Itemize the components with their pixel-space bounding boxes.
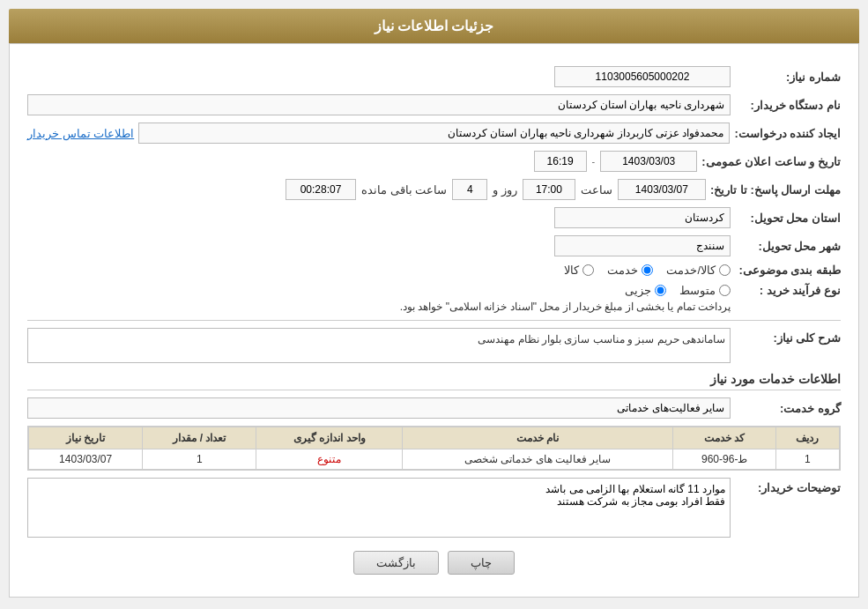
col-date: تاریخ نیاز [29, 427, 143, 449]
announce-label: تاریخ و ساعت اعلان عمومی: [701, 155, 841, 168]
col-name: نام خدمت [402, 427, 673, 449]
cell-code: ط-96-960 [673, 449, 775, 470]
creator-label: ایجاد کننده درخواست: [734, 127, 841, 140]
category-kala-khedmat[interactable]: کالا/خدمت [666, 264, 731, 277]
col-unit: واحد اندازه گیری [256, 427, 403, 449]
col-code: کد خدمت [673, 427, 775, 449]
category-khedmat[interactable]: خدمت [607, 264, 653, 277]
purchase-type-note: پرداخت تمام یا بخشی از مبلغ خریدار از مح… [27, 301, 731, 313]
col-row: ردیف [775, 427, 839, 449]
purchase-motavaset-label: متوسط [679, 284, 716, 297]
category-khedmat-label: خدمت [607, 264, 638, 277]
city-label: شهر محل تحویل: [735, 240, 841, 253]
purchase-motavaset[interactable]: متوسط [679, 284, 731, 297]
announce-date-input [600, 151, 697, 172]
category-kala-label: کالا [564, 264, 579, 277]
purchase-type-label: نوع فرآیند خرید : [735, 284, 841, 297]
need-desc-box: ساماندهی حریم سبز و مناسب سازی بلوار نظا… [27, 328, 731, 363]
services-section-title: اطلاعات خدمات مورد نیاز [27, 372, 841, 390]
contact-link[interactable]: اطلاعات تماس خریدار [27, 127, 134, 140]
services-table: ردیف کد خدمت نام خدمت واحد اندازه گیری ت… [28, 427, 840, 470]
province-label: استان محل تحویل: [735, 212, 841, 225]
creator-input [138, 123, 730, 144]
deadline-time-label: ساعت [581, 183, 612, 197]
cell-unit: متنوع [256, 449, 403, 470]
need-desc-label: شرح کلی نیاز: [735, 331, 841, 345]
deadline-days-label: روز و [493, 183, 517, 197]
cell-qty: 1 [143, 449, 256, 470]
city-input [554, 235, 731, 256]
services-table-container: ردیف کد خدمت نام خدمت واحد اندازه گیری ت… [27, 426, 841, 471]
category-kala-khedmat-label: کالا/خدمت [666, 264, 716, 277]
deadline-date-input [618, 179, 706, 200]
back-button[interactable]: بازگشت [353, 551, 439, 575]
service-group-label: گروه خدمت: [735, 402, 841, 415]
need-number-input [554, 66, 731, 87]
deadline-days-input [452, 179, 487, 200]
service-group-input [27, 397, 731, 419]
purchase-jozei-label: جزیی [625, 284, 651, 297]
print-button[interactable]: چاپ [448, 551, 515, 575]
need-number-label: شماره نیاز: [735, 71, 841, 84]
page-title: جزئیات اطلاعات نیاز [375, 19, 494, 33]
province-input [554, 207, 731, 228]
col-qty: تعداد / مقدار [143, 427, 256, 449]
buyer-desc-label: توضیحات خریدار: [735, 481, 841, 494]
remaining-label: ساعت باقی مانده [361, 183, 447, 197]
table-row: 1 ط-96-960 سایر فعالیت های خدماتی شخصی م… [29, 449, 840, 470]
category-label: طبقه بندی موضوعی: [735, 264, 841, 277]
remaining-time-input [286, 179, 356, 200]
buyer-org-input [27, 94, 731, 115]
cell-row: 1 [775, 449, 839, 470]
announce-time-input [534, 151, 587, 172]
buyer-org-label: نام دستگاه خریدار: [735, 99, 841, 112]
button-row: چاپ بازگشت [27, 551, 841, 583]
dash-separator: - [592, 156, 596, 167]
cell-date: 1403/03/07 [29, 449, 143, 470]
category-radio-group: کالا/خدمت خدمت کالا [564, 264, 731, 277]
deadline-label: مهلت ارسال پاسخ: تا تاریخ: [710, 183, 841, 197]
category-kala[interactable]: کالا [564, 264, 594, 277]
buyer-desc-textarea[interactable] [27, 478, 731, 538]
cell-name: سایر فعالیت های خدماتی شخصی [402, 449, 673, 470]
deadline-time-input [523, 179, 575, 200]
purchase-jozei[interactable]: جزیی [625, 284, 666, 297]
page-header: جزئیات اطلاعات نیاز [9, 9, 859, 43]
